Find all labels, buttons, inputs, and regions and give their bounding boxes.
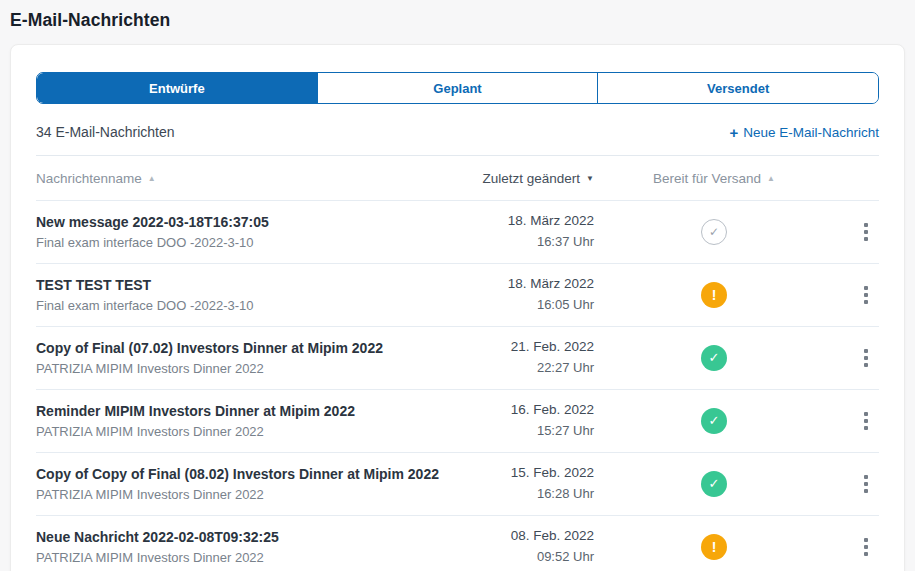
tab-versendet[interactable]: Versendet xyxy=(597,73,878,103)
date-cell: 18. März 2022 16:05 Uhr xyxy=(464,274,594,315)
message-subtitle: PATRIZIA MIPIM Investors Dinner 2022 xyxy=(36,424,444,439)
status-ready-icon: ✓ xyxy=(701,408,727,434)
messages-card: EntwürfeGeplantVersendet 34 E-Mail-Nachr… xyxy=(10,44,905,571)
name-cell: TEST TEST TEST Final exam interface DOO … xyxy=(36,276,464,313)
column-header-modified[interactable]: Zuletzt geändert ▼ xyxy=(464,171,594,186)
status-cell: ! xyxy=(594,282,834,308)
status-ready-icon: ✓ xyxy=(701,471,727,497)
name-cell: Copy of Final (07.02) Investors Dinner a… xyxy=(36,339,464,376)
row-menu-kebab-icon[interactable] xyxy=(858,345,874,371)
message-time: 16:37 Uhr xyxy=(464,232,594,252)
column-header-name[interactable]: Nachrichtenname ▲ xyxy=(36,171,464,186)
table-row: Reminder MIPIM Investors Dinner at Mipim… xyxy=(36,390,879,452)
message-time: 15:27 Uhr xyxy=(464,421,594,441)
tab-geplant[interactable]: Geplant xyxy=(317,73,598,103)
kebab-cell xyxy=(834,408,879,434)
date-cell: 18. März 2022 16:37 Uhr xyxy=(464,211,594,252)
message-subtitle: PATRIZIA MIPIM Investors Dinner 2022 xyxy=(36,487,444,502)
tab-entwürfe[interactable]: Entwürfe xyxy=(37,73,317,103)
table-row: TEST TEST TEST Final exam interface DOO … xyxy=(36,264,879,326)
status-ready-icon: ✓ xyxy=(701,345,727,371)
date-cell: 15. Feb. 2022 16:28 Uhr xyxy=(464,463,594,504)
date-cell: 21. Feb. 2022 22:27 Uhr xyxy=(464,337,594,378)
status-cell: ! xyxy=(594,534,834,560)
new-email-label: Neue E-Mail-Nachricht xyxy=(743,125,879,140)
table-header: Nachrichtenname ▲ Zuletzt geändert ▼ Ber… xyxy=(36,156,879,200)
message-name[interactable]: Neue Nachricht 2022-02-08T09:32:25 xyxy=(36,528,444,547)
column-label: Bereit für Versand xyxy=(653,171,761,186)
message-time: 16:05 Uhr xyxy=(464,295,594,315)
message-subtitle: PATRIZIA MIPIM Investors Dinner 2022 xyxy=(36,550,444,565)
column-header-ready[interactable]: Bereit für Versand ▲ xyxy=(594,171,834,186)
column-label: Nachrichtenname xyxy=(36,171,142,186)
date-cell: 08. Feb. 2022 09:52 Uhr xyxy=(464,526,594,567)
message-date: 18. März 2022 xyxy=(464,211,594,232)
name-cell: New message 2022-03-18T16:37:05 Final ex… xyxy=(36,213,464,250)
message-time: 22:27 Uhr xyxy=(464,358,594,378)
status-cell: ✓ xyxy=(594,471,834,497)
tab-bar: EntwürfeGeplantVersendet xyxy=(36,72,879,104)
message-date: 18. März 2022 xyxy=(464,274,594,295)
table-row: Neue Nachricht 2022-02-08T09:32:25 PATRI… xyxy=(36,516,879,571)
date-cell: 16. Feb. 2022 15:27 Uhr xyxy=(464,400,594,441)
status-cell: ✓ xyxy=(594,408,834,434)
status-cell: ✓ xyxy=(594,219,834,245)
row-menu-kebab-icon[interactable] xyxy=(858,282,874,308)
message-date: 15. Feb. 2022 xyxy=(464,463,594,484)
row-menu-kebab-icon[interactable] xyxy=(858,534,874,560)
list-toolbar: 34 E-Mail-Nachrichten + Neue E-Mail-Nach… xyxy=(36,124,879,140)
message-subtitle: PATRIZIA MIPIM Investors Dinner 2022 xyxy=(36,361,444,376)
status-cell: ✓ xyxy=(594,345,834,371)
name-cell: Copy of Copy of Final (08.02) Investors … xyxy=(36,465,464,502)
status-neutral-icon: ✓ xyxy=(701,219,727,245)
row-menu-kebab-icon[interactable] xyxy=(858,219,874,245)
message-name[interactable]: Copy of Final (07.02) Investors Dinner a… xyxy=(36,339,444,358)
message-name[interactable]: TEST TEST TEST xyxy=(36,276,444,295)
column-label: Zuletzt geändert xyxy=(483,171,581,186)
kebab-cell xyxy=(834,345,879,371)
table-row: Copy of Copy of Final (08.02) Investors … xyxy=(36,453,879,515)
new-email-button[interactable]: + Neue E-Mail-Nachricht xyxy=(729,125,879,140)
message-name[interactable]: Copy of Copy of Final (08.02) Investors … xyxy=(36,465,444,484)
plus-icon: + xyxy=(729,125,738,140)
kebab-cell xyxy=(834,219,879,245)
message-date: 21. Feb. 2022 xyxy=(464,337,594,358)
message-date: 08. Feb. 2022 xyxy=(464,526,594,547)
name-cell: Reminder MIPIM Investors Dinner at Mipim… xyxy=(36,402,464,439)
row-menu-kebab-icon[interactable] xyxy=(858,408,874,434)
name-cell: Neue Nachricht 2022-02-08T09:32:25 PATRI… xyxy=(36,528,464,565)
status-warning-icon: ! xyxy=(701,282,727,308)
message-count: 34 E-Mail-Nachrichten xyxy=(36,124,175,140)
page-title: E-Mail-Nachrichten xyxy=(10,10,915,31)
message-name[interactable]: Reminder MIPIM Investors Dinner at Mipim… xyxy=(36,402,444,421)
sort-asc-icon: ▲ xyxy=(767,174,775,183)
message-subtitle: Final exam interface DOO -2022-3-10 xyxy=(36,298,444,313)
message-time: 09:52 Uhr xyxy=(464,547,594,567)
row-menu-kebab-icon[interactable] xyxy=(858,471,874,497)
status-warning-icon: ! xyxy=(701,534,727,560)
message-name[interactable]: New message 2022-03-18T16:37:05 xyxy=(36,213,444,232)
kebab-cell xyxy=(834,471,879,497)
table-row: New message 2022-03-18T16:37:05 Final ex… xyxy=(36,201,879,263)
kebab-cell xyxy=(834,534,879,560)
message-list: New message 2022-03-18T16:37:05 Final ex… xyxy=(36,201,879,571)
table-row: Copy of Final (07.02) Investors Dinner a… xyxy=(36,327,879,389)
kebab-cell xyxy=(834,282,879,308)
sort-asc-icon: ▲ xyxy=(148,174,156,183)
message-subtitle: Final exam interface DOO -2022-3-10 xyxy=(36,235,444,250)
message-time: 16:28 Uhr xyxy=(464,484,594,504)
message-date: 16. Feb. 2022 xyxy=(464,400,594,421)
sort-desc-icon: ▼ xyxy=(586,174,594,183)
